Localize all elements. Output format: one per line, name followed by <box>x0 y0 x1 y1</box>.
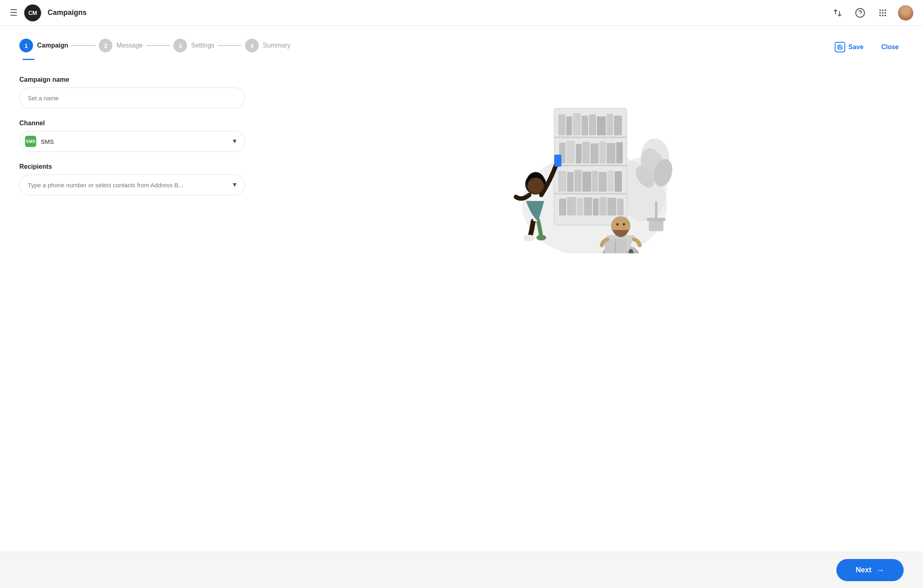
step-4-label: Summary <box>263 42 290 49</box>
svg-rect-27 <box>566 141 575 164</box>
step-1-label: Campaign <box>37 42 68 49</box>
svg-rect-55 <box>647 218 665 221</box>
transfer-icon[interactable] <box>830 6 845 20</box>
step-3[interactable]: 3 Settings <box>173 39 214 52</box>
svg-rect-47 <box>599 197 607 215</box>
svg-rect-58 <box>554 155 561 167</box>
campaign-name-group: Campaign name <box>19 76 245 108</box>
svg-point-67 <box>623 223 625 226</box>
svg-rect-20 <box>573 113 581 135</box>
svg-rect-41 <box>615 171 622 192</box>
save-icon <box>835 42 845 52</box>
stepper-actions: Save Close <box>830 39 904 56</box>
svg-point-60 <box>528 178 544 194</box>
svg-rect-29 <box>582 142 590 164</box>
stepper-container: 1 Campaign 2 Message 3 Settings <box>0 26 923 56</box>
svg-rect-16 <box>554 165 627 166</box>
form-section: Campaign name Channel SMS SMS Email Push… <box>19 76 245 552</box>
campaign-name-input[interactable] <box>19 87 245 108</box>
svg-rect-10 <box>885 14 886 16</box>
svg-rect-36 <box>574 170 582 192</box>
recipients-input[interactable] <box>19 174 245 195</box>
svg-rect-49 <box>617 199 624 215</box>
svg-rect-33 <box>616 142 623 164</box>
step-2[interactable]: 2 Message <box>99 39 143 52</box>
svg-rect-15 <box>554 137 627 138</box>
recipients-group: Recipients ▼ <box>19 163 245 195</box>
app-title: Campaigns <box>48 8 87 17</box>
recipients-label: Recipients <box>19 163 245 170</box>
svg-rect-17 <box>554 193 627 195</box>
svg-rect-34 <box>558 171 566 192</box>
main-content: 1 Campaign 2 Message 3 Settings <box>0 26 923 552</box>
svg-rect-46 <box>593 199 599 215</box>
svg-rect-30 <box>590 143 599 164</box>
channel-group: Channel SMS SMS Email Push ▼ <box>19 120 245 152</box>
sms-icon: SMS <box>25 136 36 147</box>
svg-rect-22 <box>589 114 596 135</box>
svg-rect-28 <box>576 144 582 164</box>
hero-illustration <box>486 84 679 253</box>
svg-rect-24 <box>607 114 613 135</box>
svg-point-57 <box>536 235 546 240</box>
svg-rect-40 <box>607 170 614 192</box>
svg-rect-38 <box>592 171 598 192</box>
svg-rect-21 <box>582 116 588 135</box>
svg-point-56 <box>524 235 535 241</box>
step-1-circle: 1 <box>19 39 33 52</box>
svg-rect-37 <box>582 172 591 192</box>
footer: Next → <box>0 552 923 588</box>
illustration-section <box>261 76 904 552</box>
help-icon[interactable] <box>853 6 867 20</box>
channel-label: Channel <box>19 120 245 127</box>
form-illustration-container: Campaign name Channel SMS SMS Email Push… <box>0 60 923 552</box>
svg-rect-25 <box>614 116 622 135</box>
step-2-label: Message <box>116 42 143 49</box>
svg-rect-35 <box>567 172 574 192</box>
svg-rect-42 <box>559 199 566 215</box>
svg-rect-2 <box>879 9 881 11</box>
svg-point-66 <box>616 223 619 226</box>
step-1[interactable]: 1 Campaign <box>19 39 68 52</box>
svg-rect-7 <box>885 12 886 14</box>
close-button[interactable]: Close <box>876 40 904 54</box>
svg-rect-4 <box>885 9 886 11</box>
app-logo: CM <box>24 4 41 21</box>
channel-select[interactable]: SMS Email Push <box>19 131 245 152</box>
campaign-name-label: Campaign name <box>19 76 245 83</box>
step-connector-3 <box>218 45 242 46</box>
hamburger-icon[interactable]: ☰ <box>10 8 18 18</box>
step-4-circle: 4 <box>245 39 259 52</box>
next-button[interactable]: Next → <box>836 559 904 581</box>
svg-rect-48 <box>607 198 616 215</box>
apps-grid-icon[interactable] <box>875 6 890 20</box>
svg-rect-18 <box>558 114 565 135</box>
svg-rect-23 <box>597 116 606 135</box>
svg-rect-43 <box>567 197 576 215</box>
step-3-circle: 3 <box>173 39 187 52</box>
svg-rect-19 <box>566 116 572 135</box>
nav-right <box>830 5 913 21</box>
svg-rect-5 <box>879 12 881 14</box>
svg-rect-3 <box>882 9 884 11</box>
svg-rect-8 <box>879 14 881 16</box>
top-navigation: ☰ CM Campaigns <box>0 0 923 26</box>
step-3-label: Settings <box>191 42 214 49</box>
step-2-circle: 2 <box>99 39 112 52</box>
step-connector-2 <box>146 45 170 46</box>
svg-rect-9 <box>882 14 884 16</box>
step-4[interactable]: 4 Summary <box>245 39 290 52</box>
recipients-select-wrapper: ▼ <box>19 174 245 195</box>
channel-select-wrapper: SMS SMS Email Push ▼ <box>19 131 245 152</box>
avatar[interactable] <box>898 5 913 21</box>
step-connector-1 <box>71 45 96 46</box>
nav-left: ☰ CM Campaigns <box>10 4 87 21</box>
next-arrow-icon: → <box>876 565 884 575</box>
svg-rect-6 <box>882 12 884 14</box>
stepper: 1 Campaign 2 Message 3 Settings <box>19 39 291 52</box>
svg-rect-32 <box>607 143 615 164</box>
svg-rect-45 <box>584 197 592 215</box>
svg-rect-31 <box>599 141 606 164</box>
save-button[interactable]: Save <box>830 39 868 56</box>
svg-rect-39 <box>599 172 607 192</box>
